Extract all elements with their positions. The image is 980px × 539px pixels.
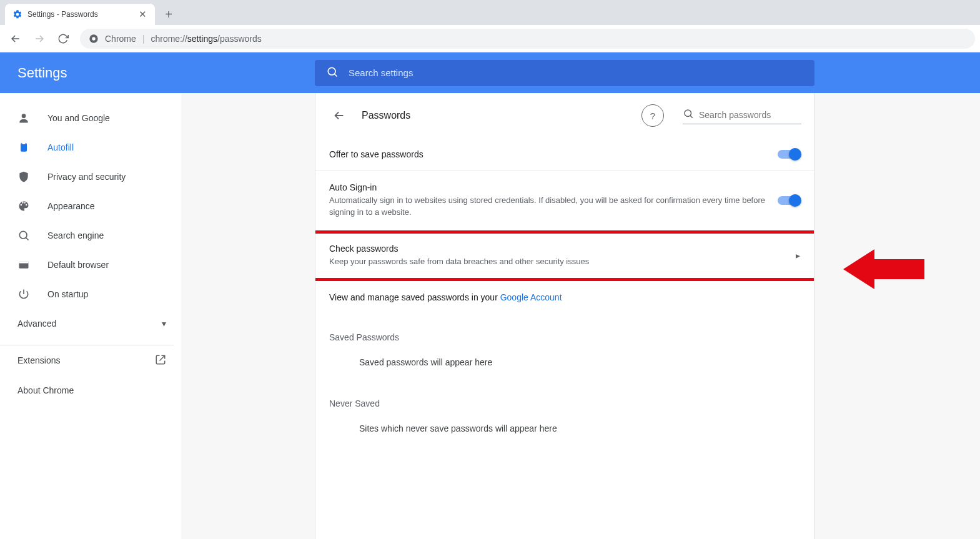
sidebar-item-you-and-google[interactable]: You and Google <box>0 103 174 132</box>
browser-icon <box>17 259 30 271</box>
row-offer-to-save: Offer to save passwords <box>315 138 814 171</box>
omnibox-separator: | <box>142 34 145 44</box>
svg-point-6 <box>19 231 27 239</box>
sidebar-item-search-engine[interactable]: Search engine <box>0 220 174 250</box>
annotation-highlight-box: Check passwords Keep your passwords safe… <box>315 230 814 281</box>
saved-passwords-empty: Saved passwords will appear here <box>315 349 814 380</box>
sidebar-item-autofill[interactable]: Autofill <box>0 132 174 162</box>
sidebar-item-default-browser[interactable]: Default browser <box>0 250 174 279</box>
panel-title: Passwords <box>362 110 630 121</box>
new-tab-button[interactable]: + <box>160 6 177 23</box>
sidebar-item-label: You and Google <box>47 113 110 123</box>
back-button[interactable] <box>5 28 26 49</box>
search-passwords-input[interactable] <box>699 110 801 120</box>
extensions-label: Extensions <box>17 355 60 365</box>
search-icon <box>683 108 694 121</box>
sidebar-item-label: Privacy and security <box>47 172 126 182</box>
tab-title: Settings - Passwords <box>27 10 132 19</box>
omnibox-origin-label: Chrome <box>105 34 136 44</box>
forward-button[interactable] <box>29 28 50 49</box>
omnibox-url: chrome://settings/passwords <box>151 34 261 44</box>
settings-header: Settings <box>0 52 980 93</box>
never-saved-empty: Sites which never save passwords will ap… <box>315 415 814 446</box>
browser-tab[interactable]: Settings - Passwords ✕ <box>5 4 155 25</box>
advanced-label: Advanced <box>17 319 56 329</box>
panel-back-button[interactable] <box>328 104 350 127</box>
svg-rect-5 <box>22 142 26 144</box>
row-subtitle: Keep your passwords safe from data breac… <box>329 256 786 268</box>
person-icon <box>17 112 30 124</box>
search-icon <box>17 229 30 242</box>
sidebar-link-about[interactable]: About Chrome <box>0 375 181 405</box>
section-saved-passwords: Saved Passwords <box>315 314 814 349</box>
browser-tab-bar: Settings - Passwords ✕ + <box>0 0 980 25</box>
sidebar-item-label: On startup <box>47 289 88 299</box>
shield-icon <box>17 171 30 183</box>
reload-button[interactable] <box>52 28 74 49</box>
omnibox-url-suffix: /passwords <box>217 34 262 44</box>
row-title: Offer to save passwords <box>329 149 768 159</box>
close-icon[interactable]: ✕ <box>137 9 147 20</box>
sidebar-link-extensions[interactable]: Extensions <box>0 345 181 375</box>
gear-icon <box>12 9 22 19</box>
row-view-manage: View and manage saved passwords in your … <box>315 281 814 314</box>
view-manage-text: View and manage saved passwords in your <box>329 292 500 302</box>
toggle-offer-to-save[interactable] <box>778 150 800 159</box>
sidebar-advanced-toggle[interactable]: Advanced ▾ <box>0 309 181 339</box>
row-auto-signin: Auto Sign-in Automatically sign in to we… <box>315 171 814 230</box>
chrome-icon <box>89 34 99 44</box>
svg-rect-4 <box>21 143 27 151</box>
row-subtitle: Automatically sign in to websites using … <box>329 195 768 219</box>
svg-rect-8 <box>19 261 29 263</box>
section-never-saved: Never Saved <box>315 380 814 415</box>
sidebar-item-privacy[interactable]: Privacy and security <box>0 162 174 191</box>
omnibox-url-bold: settings <box>187 34 217 44</box>
svg-point-2 <box>328 67 335 75</box>
power-icon <box>17 288 30 300</box>
search-passwords-box[interactable] <box>683 107 801 124</box>
row-check-passwords[interactable]: Check passwords Keep your passwords safe… <box>315 234 814 278</box>
sidebar-item-label: Search engine <box>47 230 104 240</box>
sidebar-item-label: Default browser <box>47 260 109 270</box>
row-title: Auto Sign-in <box>329 182 768 192</box>
chevron-right-icon: ▸ <box>796 250 800 260</box>
settings-title: Settings <box>17 65 315 81</box>
about-label: About Chrome <box>17 385 74 395</box>
clipboard-icon <box>17 141 30 154</box>
settings-panel: Passwords ? Offer to save passwords Auto… <box>315 93 814 539</box>
svg-marker-10 <box>843 249 924 289</box>
sidebar-item-label: Autofill <box>47 142 74 152</box>
svg-point-9 <box>685 110 691 117</box>
search-settings-input[interactable] <box>349 67 803 78</box>
panel-header: Passwords ? <box>315 93 814 138</box>
omnibox-url-prefix: chrome:// <box>151 34 187 44</box>
open-external-icon <box>155 354 166 367</box>
search-icon <box>326 66 339 80</box>
address-bar: Chrome | chrome://settings/passwords <box>0 25 980 52</box>
sidebar-item-appearance[interactable]: Appearance <box>0 191 174 220</box>
annotation-arrow <box>843 245 924 293</box>
row-title: Check passwords <box>329 244 786 254</box>
google-account-link[interactable]: Google Account <box>500 292 562 302</box>
sidebar-item-label: Appearance <box>47 201 95 211</box>
svg-point-3 <box>22 114 26 118</box>
svg-point-1 <box>92 37 95 40</box>
search-settings-box[interactable] <box>315 60 814 86</box>
settings-sidebar: You and Google Autofill Privacy and secu… <box>0 93 181 539</box>
chevron-down-icon: ▾ <box>162 319 166 329</box>
omnibox[interactable]: Chrome | chrome://settings/passwords <box>80 29 975 49</box>
sidebar-item-on-startup[interactable]: On startup <box>0 279 174 309</box>
palette-icon <box>17 200 30 212</box>
help-button[interactable]: ? <box>641 104 664 127</box>
toggle-auto-signin[interactable] <box>778 196 800 205</box>
